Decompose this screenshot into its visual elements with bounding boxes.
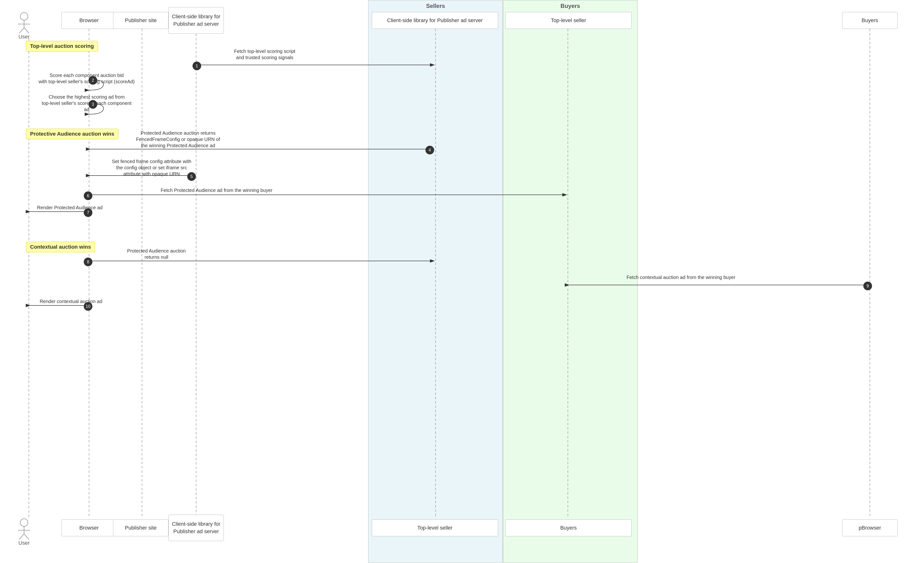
svg-line-21 xyxy=(24,28,29,33)
csl-actor-bottom: Client-side library for Publisher ad ser… xyxy=(168,515,224,541)
step1-label: Fetch top-level scoring scriptand truste… xyxy=(204,48,325,61)
step5-label: Set fenced frame config attribute withth… xyxy=(86,158,218,177)
svg-point-17 xyxy=(20,12,28,20)
step8-label: Protected Audience auctionreturns null xyxy=(108,248,204,260)
tls-label-top: Client-side library for Publisher ad ser… xyxy=(387,17,483,24)
sellers-group-label: Sellers xyxy=(368,3,502,9)
svg-line-26 xyxy=(24,534,29,539)
publisher-label-top: Publisher site xyxy=(125,17,157,24)
step9-circle: 9 xyxy=(863,282,872,290)
diagram-container: Sellers Buyers xyxy=(0,0,924,563)
user-label-top: User xyxy=(18,34,30,40)
step1-circle: 1 xyxy=(192,61,201,70)
sellers-group: Sellers xyxy=(368,0,503,563)
publisher-actor-top: Publisher site xyxy=(113,12,168,29)
step4-label: Protected Audience auction returnsFenced… xyxy=(94,130,262,149)
user-actor-bottom: User xyxy=(17,518,31,546)
step10-circle: 10 xyxy=(84,302,92,311)
browser-label-bottom: Browser xyxy=(80,525,99,531)
section-contextual-wins: Contextual auction wins xyxy=(26,242,95,252)
svg-line-25 xyxy=(19,534,24,539)
user-label-bottom: User xyxy=(18,540,30,546)
buyers-group: Buyers xyxy=(503,0,638,563)
step8-circle: 8 xyxy=(84,258,92,266)
step10-label: Render contextual auction ad xyxy=(29,298,113,304)
buyers-group-label: Buyers xyxy=(503,3,638,9)
publisher-label-bottom: Publisher site xyxy=(125,525,157,531)
step4-circle: 4 xyxy=(425,146,434,154)
step6-label: Fetch Protected Audience ad from the win… xyxy=(132,187,301,193)
user-actor-top: User xyxy=(17,12,31,40)
buyers-actor-bottom: Buyers xyxy=(506,520,632,536)
publisher-actor-bottom: Publisher site xyxy=(113,520,168,536)
csl-label-bottom: Client-side library for Publisher ad ser… xyxy=(172,520,220,535)
csl-actor-top: Client-side library for Publisher ad ser… xyxy=(168,7,224,34)
step2-label: Score each component auction bidwith top… xyxy=(39,72,135,85)
step7-label: Render Protected Audience ad xyxy=(29,204,111,211)
step5-circle: 5 xyxy=(187,172,196,181)
tls-actor-top: Client-side library for Publisher ad ser… xyxy=(372,12,498,29)
step7-circle: 7 xyxy=(84,208,92,217)
svg-point-22 xyxy=(20,519,28,526)
pbrowser-label-top: Buyers xyxy=(862,17,878,24)
buyers-label-top: Top-level seller xyxy=(551,17,586,24)
section-top-level-scoring: Top-level auction scoring xyxy=(26,41,98,51)
step2-circle: 2 xyxy=(88,76,97,85)
browser-actor-top: Browser xyxy=(62,12,117,29)
tls-actor-bottom: Top-level seller xyxy=(372,520,498,536)
buyers-actor-top: Top-level seller xyxy=(506,12,632,29)
csl-label-top: Client-side library for Publisher ad ser… xyxy=(172,13,220,28)
browser-label-top: Browser xyxy=(80,17,99,24)
pbrowser-label-bottom: pBrowser xyxy=(859,525,881,531)
step9-label: Fetch contextual auction ad from the win… xyxy=(573,274,789,280)
step3-circle: 3 xyxy=(88,100,97,109)
svg-line-20 xyxy=(19,28,24,33)
step6-circle: 6 xyxy=(84,192,92,200)
pbrowser-actor-bottom: pBrowser xyxy=(842,520,897,536)
buyers-label-bottom: Buyers xyxy=(560,525,576,531)
pbrowser-actor-top: Buyers xyxy=(842,12,897,29)
tls-label-bottom: Top-level seller xyxy=(417,525,453,531)
step3-label: Choose the highest scoring ad fromtop-le… xyxy=(39,94,135,112)
browser-actor-bottom: Browser xyxy=(62,520,117,536)
